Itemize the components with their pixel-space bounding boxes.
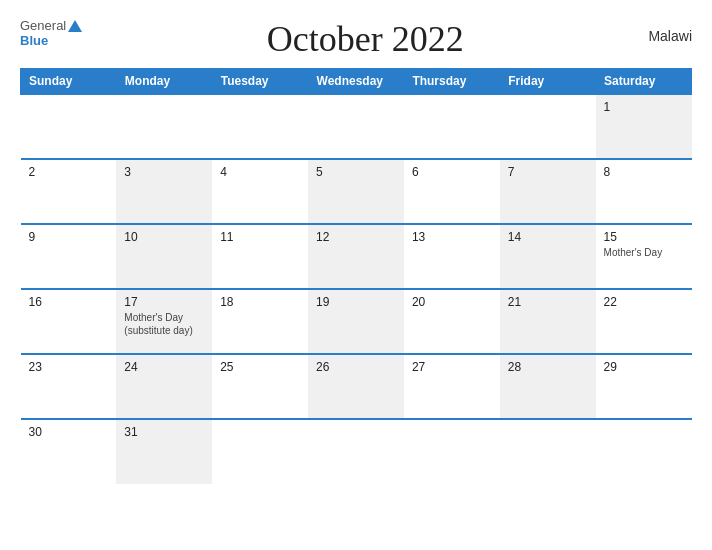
day-number: 11 (220, 230, 300, 244)
day-number: 1 (604, 100, 684, 114)
day-number: 29 (604, 360, 684, 374)
day-number: 27 (412, 360, 492, 374)
calendar-header: General Blue October 2022 Malawi (20, 18, 692, 60)
day-number: 19 (316, 295, 396, 309)
calendar-week-6: 3031 (21, 419, 692, 484)
calendar-cell: 26 (308, 354, 404, 419)
calendar-cell: 15Mother's Day (596, 224, 692, 289)
calendar-cell: 9 (21, 224, 117, 289)
calendar-cell: 21 (500, 289, 596, 354)
calendar-cell: 4 (212, 159, 308, 224)
day-number: 10 (124, 230, 204, 244)
calendar-title: October 2022 (267, 19, 464, 59)
day-number: 14 (508, 230, 588, 244)
calendar-body: 123456789101112131415Mother's Day1617Mot… (21, 94, 692, 484)
calendar-cell (21, 94, 117, 159)
calendar-cell (212, 94, 308, 159)
calendar-cell: 7 (500, 159, 596, 224)
day-number: 13 (412, 230, 492, 244)
day-number: 18 (220, 295, 300, 309)
calendar-table: SundayMondayTuesdayWednesdayThursdayFrid… (20, 68, 692, 484)
calendar-cell: 14 (500, 224, 596, 289)
logo-triangle-icon (68, 20, 82, 32)
calendar-cell: 3 (116, 159, 212, 224)
day-number: 6 (412, 165, 492, 179)
calendar-cell: 18 (212, 289, 308, 354)
day-number: 22 (604, 295, 684, 309)
day-number: 20 (412, 295, 492, 309)
weekday-header-tuesday: Tuesday (212, 69, 308, 95)
day-number: 3 (124, 165, 204, 179)
calendar-cell (596, 419, 692, 484)
day-number: 17 (124, 295, 204, 309)
calendar-cell: 28 (500, 354, 596, 419)
calendar-week-3: 9101112131415Mother's Day (21, 224, 692, 289)
day-number: 7 (508, 165, 588, 179)
calendar-cell: 22 (596, 289, 692, 354)
calendar-cell (116, 94, 212, 159)
weekday-header-thursday: Thursday (404, 69, 500, 95)
day-number: 31 (124, 425, 204, 439)
day-number: 28 (508, 360, 588, 374)
calendar-cell: 25 (212, 354, 308, 419)
calendar-cell (500, 419, 596, 484)
day-number: 26 (316, 360, 396, 374)
calendar-cell (404, 419, 500, 484)
day-number: 23 (29, 360, 109, 374)
calendar-cell: 31 (116, 419, 212, 484)
weekday-header-wednesday: Wednesday (308, 69, 404, 95)
weekday-header-sunday: Sunday (21, 69, 117, 95)
calendar-cell: 11 (212, 224, 308, 289)
weekday-header-saturday: Saturday (596, 69, 692, 95)
day-number: 21 (508, 295, 588, 309)
calendar-cell (404, 94, 500, 159)
calendar-cell: 1 (596, 94, 692, 159)
calendar-cell: 30 (21, 419, 117, 484)
day-number: 15 (604, 230, 684, 244)
calendar-cell: 2 (21, 159, 117, 224)
day-number: 8 (604, 165, 684, 179)
calendar-cell: 5 (308, 159, 404, 224)
logo-general-text: General (20, 18, 66, 33)
day-number: 9 (29, 230, 109, 244)
weekday-header-friday: Friday (500, 69, 596, 95)
calendar-cell (308, 94, 404, 159)
calendar-cell (212, 419, 308, 484)
calendar-week-2: 2345678 (21, 159, 692, 224)
day-number: 2 (29, 165, 109, 179)
calendar-week-4: 1617Mother's Day (substitute day)1819202… (21, 289, 692, 354)
event-label: Mother's Day (604, 246, 684, 259)
calendar-cell: 17Mother's Day (substitute day) (116, 289, 212, 354)
calendar-cell: 8 (596, 159, 692, 224)
day-number: 30 (29, 425, 109, 439)
country-label: Malawi (648, 18, 692, 44)
calendar-page: General Blue October 2022 Malawi SundayM… (0, 0, 712, 550)
logo-blue-text: Blue (20, 33, 48, 48)
calendar-cell: 24 (116, 354, 212, 419)
calendar-week-5: 23242526272829 (21, 354, 692, 419)
calendar-cell: 13 (404, 224, 500, 289)
calendar-cell: 27 (404, 354, 500, 419)
logo: General Blue (20, 18, 82, 48)
calendar-cell: 20 (404, 289, 500, 354)
calendar-cell (500, 94, 596, 159)
event-label: Mother's Day (substitute day) (124, 311, 204, 337)
day-number: 25 (220, 360, 300, 374)
calendar-cell: 12 (308, 224, 404, 289)
calendar-cell: 23 (21, 354, 117, 419)
calendar-header-row: SundayMondayTuesdayWednesdayThursdayFrid… (21, 69, 692, 95)
calendar-cell: 29 (596, 354, 692, 419)
day-number: 4 (220, 165, 300, 179)
calendar-cell (308, 419, 404, 484)
weekday-header-monday: Monday (116, 69, 212, 95)
calendar-week-1: 1 (21, 94, 692, 159)
day-number: 16 (29, 295, 109, 309)
day-number: 5 (316, 165, 396, 179)
day-number: 24 (124, 360, 204, 374)
calendar-cell: 19 (308, 289, 404, 354)
title-area: October 2022 (82, 18, 648, 60)
day-number: 12 (316, 230, 396, 244)
calendar-cell: 10 (116, 224, 212, 289)
calendar-cell: 6 (404, 159, 500, 224)
calendar-cell: 16 (21, 289, 117, 354)
